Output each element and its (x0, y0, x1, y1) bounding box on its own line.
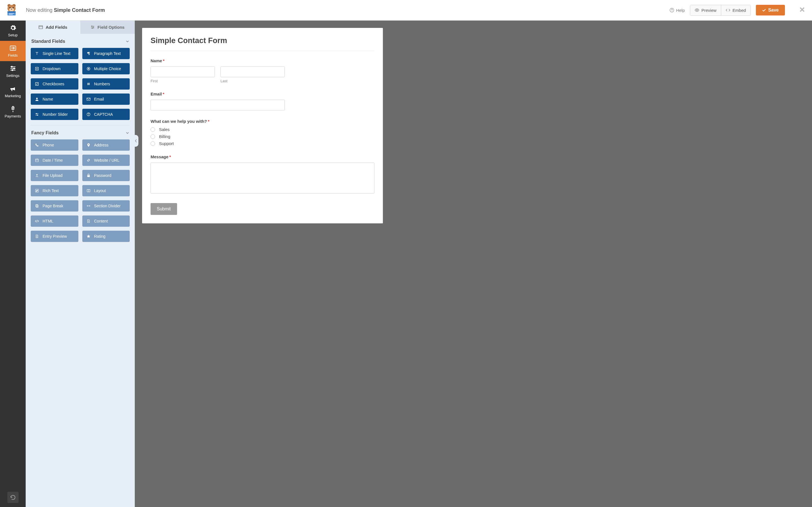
svg-point-4 (9, 7, 10, 8)
field-type-button[interactable]: HTML (31, 216, 79, 227)
field-type-button[interactable]: Phone (31, 139, 79, 151)
help-label: What can we help you with?* (151, 119, 374, 124)
vnav-item-setup[interactable]: Setup (0, 20, 26, 41)
section-title: Standard Fields (31, 39, 65, 44)
help-link[interactable]: Help (670, 8, 685, 13)
tab-field-options[interactable]: Field Options (80, 20, 135, 34)
field-type-button[interactable]: Single Line Text (31, 48, 79, 59)
panel-collapse-handle[interactable] (133, 135, 139, 147)
field-type-button[interactable]: Email (82, 94, 130, 105)
close-button[interactable] (798, 4, 806, 16)
field-type-label: Website / URL (94, 158, 119, 163)
preview-button[interactable]: Preview (690, 5, 721, 15)
title-prefix: Now editing (26, 7, 52, 13)
field-type-button[interactable]: Website / URL (82, 155, 130, 166)
radio-option[interactable]: Sales (151, 127, 374, 132)
first-name-input[interactable] (151, 66, 215, 77)
field-type-button[interactable]: Layout (82, 185, 130, 196)
vnav-item-payments[interactable]: Payments (0, 102, 26, 122)
field-type-label: Checkboxes (43, 82, 64, 86)
form-canvas: Simple Contact Form Name* First Last (135, 20, 812, 507)
star-icon (86, 234, 91, 238)
submit-button[interactable]: Submit (151, 203, 177, 215)
svg-point-34 (92, 28, 93, 29)
svg-point-50 (37, 115, 38, 115)
field-type-label: HTML (43, 219, 53, 223)
name-label: Name* (151, 58, 374, 63)
field-type-label: Date / Time (43, 158, 63, 163)
radio-option[interactable]: Support (151, 141, 374, 146)
field-type-button[interactable]: Numbers (82, 78, 130, 90)
dot-circle-icon (86, 67, 91, 71)
svg-line-44 (89, 83, 89, 86)
svg-rect-8 (8, 11, 16, 12)
field-type-button[interactable]: Section Divider (82, 200, 130, 212)
field-email[interactable]: Email* (151, 92, 374, 110)
radio-icon (151, 134, 155, 139)
field-type-label: Paragraph Text (94, 51, 121, 56)
field-type-button[interactable]: Entry Preview (31, 231, 79, 242)
svg-rect-53 (36, 159, 39, 162)
radio-icon (151, 142, 155, 146)
field-type-button[interactable]: Name (31, 94, 79, 105)
field-type-button[interactable]: Date / Time (31, 155, 79, 166)
field-type-label: Email (94, 97, 104, 101)
email-input[interactable] (151, 100, 285, 110)
field-type-label: Rich Text (43, 188, 59, 193)
field-type-button[interactable]: Number Slider (31, 109, 79, 120)
svg-point-6 (11, 9, 12, 10)
required-asterisk: * (163, 92, 164, 96)
section-header[interactable]: Standard Fields (31, 34, 130, 48)
field-type-button[interactable]: Address (82, 139, 130, 151)
paragraph-icon (86, 52, 91, 55)
field-type-button[interactable]: Page Break (31, 200, 79, 212)
text-icon (35, 52, 39, 55)
svg-rect-10 (9, 14, 13, 14)
embed-button[interactable]: Embed (721, 5, 751, 15)
field-type-button[interactable]: Paragraph Text (82, 48, 130, 59)
save-button[interactable]: Save (756, 5, 785, 15)
email-label: Email* (151, 92, 374, 96)
preview-embed-group: Preview Embed (690, 5, 751, 16)
code-icon (726, 8, 730, 12)
radio-label: Billing (159, 134, 170, 139)
tab-add-fields[interactable]: Add Fields (26, 20, 80, 34)
svg-point-45 (36, 98, 38, 99)
field-help-with[interactable]: What can we help you with?* SalesBilling… (151, 119, 374, 146)
field-type-button[interactable]: File Upload (31, 170, 79, 181)
field-type-button[interactable]: Multiple Choice (82, 63, 130, 74)
message-textarea[interactable] (151, 163, 374, 193)
svg-point-33 (93, 27, 94, 27)
section-title: Fancy Fields (31, 130, 59, 135)
svg-point-13 (696, 10, 698, 11)
field-type-button[interactable]: CAPTCHA (82, 109, 130, 120)
field-type-button[interactable]: Content (82, 216, 130, 227)
vnav-item-fields[interactable]: Fields (0, 41, 26, 61)
radio-option[interactable]: Billing (151, 134, 374, 139)
caret-square-icon (35, 67, 39, 71)
question-circle-icon (86, 112, 91, 116)
field-type-button[interactable]: Rich Text (31, 185, 79, 196)
pencil-square-icon (35, 189, 39, 193)
vertical-nav: SetupFieldsSettingsMarketingPayments (0, 20, 26, 507)
field-type-label: CAPTCHA (94, 112, 113, 117)
field-type-button[interactable]: Rating (82, 231, 130, 242)
field-type-button[interactable]: Password (82, 170, 130, 181)
field-type-label: Number Slider (43, 112, 68, 117)
history-button[interactable] (7, 492, 18, 503)
field-type-button[interactable]: Dropdown (31, 63, 79, 74)
phone-icon (35, 143, 39, 147)
vnav-item-settings[interactable]: Settings (0, 61, 26, 81)
form-preview: Simple Contact Form Name* First Last (142, 28, 383, 223)
svg-point-24 (11, 66, 12, 67)
envelope-icon (86, 97, 91, 101)
section-header[interactable]: Fancy Fields (31, 125, 130, 139)
field-type-button[interactable]: Checkboxes (31, 78, 79, 90)
field-message[interactable]: Message* (151, 154, 374, 194)
last-name-input[interactable] (220, 66, 285, 77)
field-name[interactable]: Name* First Last (151, 58, 374, 83)
vnav-item-marketing[interactable]: Marketing (0, 81, 26, 102)
form-title: Simple Contact Form (151, 36, 374, 51)
eye-icon (695, 8, 699, 12)
history-icon (10, 495, 16, 500)
